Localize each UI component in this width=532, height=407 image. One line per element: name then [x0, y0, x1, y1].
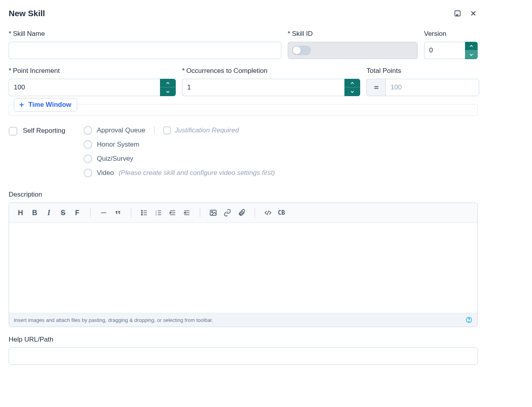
skill-id-lock-toggle[interactable] [292, 46, 311, 55]
indent-button[interactable] [167, 207, 179, 219]
label-skill-name: *Skill Name [9, 30, 281, 38]
point-increment-down-button[interactable] [160, 87, 175, 96]
occurrences-up-button[interactable] [344, 79, 360, 87]
editor-footer: Insert images and attach files by pastin… [9, 313, 477, 327]
approval-queue-label: Approval Queue [97, 126, 145, 134]
svg-point-3 [141, 214, 143, 216]
row-points: *Point Increment *Occurrences to Complet… [9, 67, 478, 96]
occurrences-down-button[interactable] [344, 87, 360, 96]
self-reporting-options: Approval Queue Justification Required Ho… [84, 126, 275, 177]
plus-icon [18, 101, 25, 108]
dialog-content: *Skill Name *Skill ID Version [0, 22, 486, 365]
dialog-header: New Skill [0, 0, 486, 22]
option-approval-queue: Approval Queue Justification Required [84, 126, 275, 135]
bold-button[interactable]: B [29, 207, 41, 219]
toolbar-separator [255, 208, 255, 217]
self-reporting-label: Self Reporting [23, 127, 65, 135]
attachment-button[interactable] [236, 207, 247, 219]
label-occurrences: *Occurrences to Completion [182, 67, 360, 75]
italic-button[interactable]: I [43, 207, 55, 219]
video-hint: (Please create skill and configure video… [119, 169, 275, 177]
video-label: Video [97, 169, 114, 177]
description-label: Description [9, 191, 478, 199]
horizontal-rule-button[interactable] [98, 207, 110, 219]
self-reporting-toggle: Self Reporting [9, 126, 65, 177]
link-button[interactable] [221, 207, 233, 219]
field-version: Version [424, 30, 478, 59]
field-skill-name: *Skill Name [9, 30, 281, 59]
label-point-increment: *Point Increment [9, 67, 176, 75]
version-spin-buttons [465, 42, 478, 59]
skill-name-input[interactable] [9, 42, 281, 59]
video-radio[interactable] [84, 169, 92, 177]
point-increment-up-button[interactable] [160, 79, 175, 87]
blockquote-button[interactable] [112, 207, 124, 219]
description-editor: H B I S F [9, 203, 478, 327]
minimize-icon[interactable] [453, 9, 462, 18]
justification-required-label: Justification Required [175, 126, 239, 134]
version-decrement-button[interactable] [465, 50, 477, 59]
editor-help-icon[interactable] [465, 316, 472, 323]
help-url-input[interactable] [9, 348, 478, 365]
editor-footer-hint: Insert images and attach files by pastin… [14, 317, 213, 323]
self-reporting-checkbox[interactable] [9, 127, 17, 136]
option-video: Video (Please create skill and configure… [84, 169, 275, 177]
ordered-list-button[interactable]: 123 [153, 207, 164, 219]
heading-button[interactable]: H [15, 207, 26, 219]
toolbar-separator [90, 208, 91, 217]
total-points-group [366, 79, 479, 96]
field-point-increment: *Point Increment [9, 67, 176, 96]
justification-required-checkbox[interactable] [163, 126, 171, 134]
strikethrough-button[interactable]: S [57, 207, 69, 219]
point-increment-stepper [9, 79, 176, 96]
toolbar-separator [200, 208, 200, 217]
svg-point-8 [212, 212, 213, 213]
description-textarea[interactable] [9, 223, 477, 313]
time-window-bar: Time Window [9, 104, 478, 116]
svg-text:3: 3 [156, 214, 157, 216]
option-honor-system: Honor System [84, 140, 275, 149]
version-increment-button[interactable] [465, 42, 477, 50]
toolbar-separator [131, 208, 131, 217]
help-url-label: Help URL/Path [9, 336, 478, 344]
add-time-window-button[interactable]: Time Window [14, 98, 77, 112]
point-increment-spin-buttons [160, 79, 176, 96]
total-points-output [385, 79, 479, 96]
dialog-title: New Skill [9, 9, 45, 18]
occurrences-stepper [182, 79, 360, 96]
close-icon[interactable] [469, 9, 478, 18]
svg-rect-0 [455, 11, 460, 16]
header-actions [453, 9, 478, 18]
time-window-label: Time Window [28, 101, 71, 109]
label-version: Version [424, 30, 478, 38]
quiz-survey-radio[interactable] [84, 154, 92, 163]
code-block-button[interactable]: CB [276, 207, 286, 219]
field-total-points: Total Points [366, 67, 479, 96]
inline-code-button[interactable] [262, 207, 274, 219]
new-skill-dialog: New Skill *Skill Name [0, 0, 486, 400]
point-increment-input[interactable] [9, 79, 160, 96]
image-button[interactable] [207, 207, 219, 219]
approval-queue-radio[interactable] [84, 126, 92, 135]
occurrences-spin-buttons [344, 79, 360, 96]
svg-point-2 [141, 212, 143, 214]
field-skill-id: *Skill ID [288, 30, 418, 59]
justification-required-group: Justification Required [163, 126, 239, 134]
option-quiz-survey: Quiz/Survey [84, 154, 275, 163]
skill-id-input [315, 42, 417, 59]
version-input[interactable] [424, 42, 465, 59]
divider [154, 126, 154, 134]
field-occurrences: *Occurrences to Completion [182, 67, 360, 96]
dialog-body-scroll[interactable]: *Skill Name *Skill ID Version [0, 22, 486, 400]
bullet-list-button[interactable] [138, 207, 150, 219]
row-name-id-version: *Skill Name *Skill ID Version [9, 30, 478, 59]
svg-point-10 [469, 321, 469, 322]
label-total-points: Total Points [366, 67, 479, 75]
version-stepper [424, 42, 478, 59]
honor-system-radio[interactable] [84, 140, 92, 149]
occurrences-input[interactable] [182, 79, 344, 96]
font-button[interactable]: F [71, 207, 83, 219]
time-window-section: Time Window [9, 104, 478, 116]
outdent-button[interactable] [181, 207, 193, 219]
honor-system-label: Honor System [97, 141, 140, 149]
